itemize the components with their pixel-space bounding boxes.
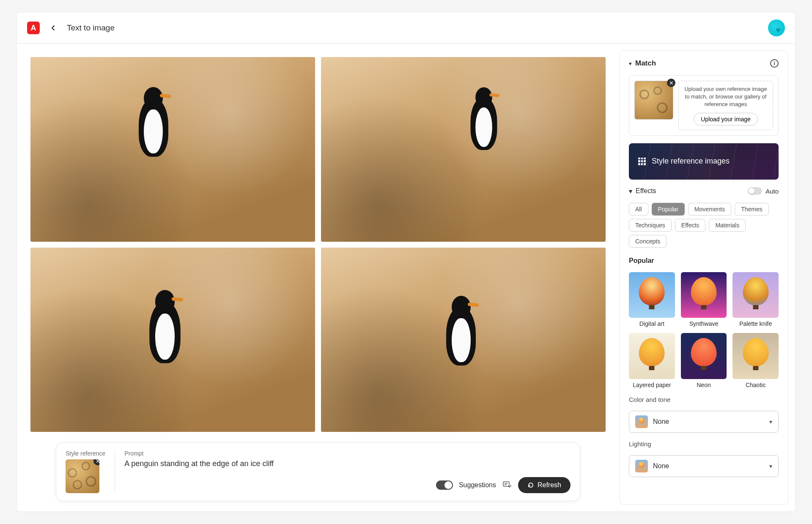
effect-palette-knife[interactable]: Palette knife xyxy=(732,272,779,328)
style-gallery-label: Style reference images xyxy=(652,157,730,166)
generated-image-3[interactable] xyxy=(30,248,315,432)
effects-category-all[interactable]: All xyxy=(629,203,648,216)
lighting-value: None xyxy=(653,462,764,470)
effects-category-techniques[interactable]: Techniques xyxy=(629,219,672,232)
effects-auto-label: Auto xyxy=(765,188,779,195)
refresh-button-label: Refresh xyxy=(538,481,561,489)
canvas-area: Style reference ✕ Prompt A penguin stand… xyxy=(17,44,619,511)
prompt-label: Prompt xyxy=(124,450,571,457)
color-tone-label: Color and tone xyxy=(629,396,779,403)
effects-category-effects[interactable]: Effects xyxy=(675,219,706,232)
match-label: Match xyxy=(635,59,656,68)
effects-category-movements[interactable]: Movements xyxy=(688,203,731,216)
back-button[interactable] xyxy=(47,22,59,34)
lighting-label: Lighting xyxy=(629,440,779,448)
chevron-down-icon: ▾ xyxy=(629,60,632,67)
header: A Text to image xyxy=(17,13,795,44)
effects-category-themes[interactable]: Themes xyxy=(735,203,769,216)
style-reference-gallery-button[interactable]: Style reference images xyxy=(629,143,779,180)
effects-category-materials[interactable]: Materials xyxy=(709,219,746,232)
refresh-icon xyxy=(527,482,534,489)
color-tone-thumb-icon xyxy=(635,415,648,428)
upload-image-button[interactable]: Upload your image xyxy=(694,113,758,126)
effects-label: Effects xyxy=(636,187,656,195)
effect-chaotic[interactable]: Chaotic xyxy=(732,333,779,388)
effect-synthwave[interactable]: Synthwave xyxy=(681,272,727,328)
info-icon[interactable]: i xyxy=(770,59,779,68)
generated-image-4[interactable] xyxy=(321,248,606,432)
adobe-logo[interactable]: A xyxy=(27,22,40,34)
generated-image-grid xyxy=(30,57,606,432)
grid-icon xyxy=(638,158,646,165)
prompt-settings-icon[interactable] xyxy=(502,480,512,490)
effects-section-header[interactable]: ▾ Effects Auto xyxy=(629,187,779,195)
chevron-down-icon: ▾ xyxy=(769,463,772,469)
color-tone-value: None xyxy=(653,418,764,426)
match-section-header[interactable]: ▾ Match i xyxy=(629,59,779,68)
effects-category-concepts[interactable]: Concepts xyxy=(629,235,667,248)
profile-avatar[interactable] xyxy=(768,19,785,36)
style-reference-thumbnail[interactable]: ✕ xyxy=(66,459,99,493)
remove-style-reference-button[interactable]: ✕ xyxy=(93,459,99,465)
effect-digital-art[interactable]: Digital art xyxy=(629,272,675,328)
chevron-down-icon: ▾ xyxy=(629,187,632,195)
lighting-select[interactable]: None ▾ xyxy=(629,455,779,477)
upload-dropzone[interactable]: Upload your own reference image to match… xyxy=(678,81,773,130)
effects-category-row: All Popular Movements Themes Techniques … xyxy=(629,203,779,248)
match-reference-thumbnail[interactable]: ✕ xyxy=(634,81,673,120)
suggestions-toggle[interactable] xyxy=(436,480,453,490)
chevron-down-icon: ▾ xyxy=(769,418,772,425)
suggestions-label: Suggestions xyxy=(459,481,496,489)
effect-neon[interactable]: Neon xyxy=(681,333,727,388)
effect-layered-paper[interactable]: Layered paper xyxy=(629,333,675,388)
effects-grid: Digital art Synthwave Palette knife Laye… xyxy=(629,272,779,388)
effects-auto-toggle[interactable] xyxy=(748,187,762,195)
upload-description: Upload your own reference image to match… xyxy=(683,85,768,109)
refresh-button[interactable]: Refresh xyxy=(518,477,571,493)
lighting-thumb-icon xyxy=(635,460,648,472)
generated-image-1[interactable] xyxy=(30,57,315,242)
style-reference-label: Style reference xyxy=(66,450,105,457)
prompt-bar: Style reference ✕ Prompt A penguin stand… xyxy=(56,442,580,501)
right-panel: ▾ Match i ✕ Upload your own reference im… xyxy=(619,50,788,505)
remove-match-reference-button[interactable]: ✕ xyxy=(667,79,675,87)
page-title: Text to image xyxy=(67,23,115,33)
prompt-input[interactable]: A penguin standing at the edge of an ice… xyxy=(124,459,571,475)
effects-category-popular[interactable]: Popular xyxy=(652,203,685,216)
generated-image-2[interactable] xyxy=(321,57,606,242)
effects-section-title: Popular xyxy=(629,257,779,265)
color-tone-select[interactable]: None ▾ xyxy=(629,411,779,433)
match-reference-box: ✕ Upload your own reference image to mat… xyxy=(629,75,779,136)
